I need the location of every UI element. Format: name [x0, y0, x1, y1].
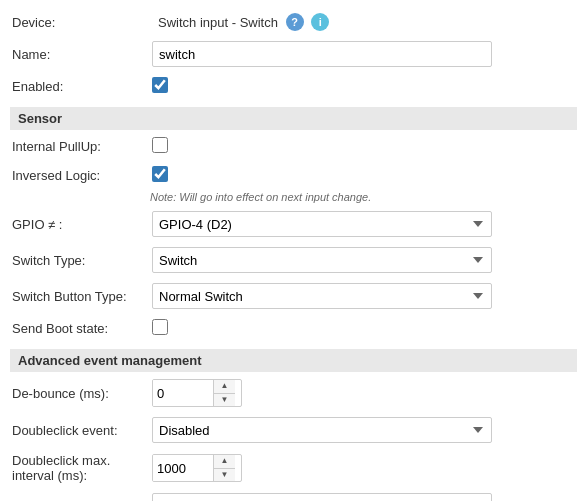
sensor-header: Sensor: [10, 107, 577, 130]
enabled-check-wrap: [152, 77, 575, 96]
inversed-logic-note: Note: Will go into effect on next input …: [150, 191, 577, 206]
device-value-area: Switch input - Switch ? i: [152, 13, 575, 31]
send-boot-state-row: Send Boot state:: [10, 314, 577, 343]
name-input[interactable]: [152, 41, 492, 67]
doubleclick-max-spinner: ▲ ▼: [152, 454, 242, 482]
doubleclick-max-label: Doubleclick max. interval (ms):: [12, 453, 152, 483]
debounce-spinner: ▲ ▼: [152, 379, 242, 407]
inversed-logic-checkbox[interactable]: [152, 166, 168, 182]
doubleclick-event-row: Doubleclick event: Disabled Active Low A…: [10, 412, 577, 448]
doubleclick-event-select[interactable]: Disabled Active Low Active High: [152, 417, 492, 443]
switch-button-type-select[interactable]: Normal Switch Toggle Switch Push Button …: [152, 283, 492, 309]
switch-type-select[interactable]: Switch Door Switch PIR: [152, 247, 492, 273]
switch-type-row: Switch Type: Switch Door Switch PIR: [10, 242, 577, 278]
gpio-row: GPIO ≠ : GPIO-4 (D2) GPIO-0 (D3) GPIO-2 …: [10, 206, 577, 242]
enabled-label: Enabled:: [12, 79, 152, 94]
debounce-down-button[interactable]: ▼: [214, 394, 235, 407]
doubleclick-max-spinner-btns: ▲ ▼: [213, 455, 235, 481]
question-icon[interactable]: ?: [286, 13, 304, 31]
advanced-header: Advanced event management: [10, 349, 577, 372]
send-boot-state-checkbox[interactable]: [152, 319, 168, 335]
internal-pullup-wrap: [152, 137, 575, 156]
longpress-event-row: Longpress event: Disabled Active Low Act…: [10, 488, 577, 501]
debounce-up-button[interactable]: ▲: [214, 380, 235, 394]
internal-pullup-label: Internal PullUp:: [12, 139, 152, 154]
gpio-select-wrap: GPIO-4 (D2) GPIO-0 (D3) GPIO-2 (D4) GPIO…: [152, 211, 575, 237]
debounce-input[interactable]: [153, 380, 213, 406]
doubleclick-max-row: Doubleclick max. interval (ms): ▲ ▼: [10, 448, 577, 488]
device-title: Switch input - Switch: [158, 15, 278, 30]
inversed-logic-row: Inversed Logic:: [10, 161, 577, 190]
send-boot-state-label: Send Boot state:: [12, 321, 152, 336]
switch-button-type-select-wrap: Normal Switch Toggle Switch Push Button …: [152, 283, 575, 309]
switch-button-type-row: Switch Button Type: Normal Switch Toggle…: [10, 278, 577, 314]
switch-button-type-label: Switch Button Type:: [12, 289, 152, 304]
gpio-select[interactable]: GPIO-4 (D2) GPIO-0 (D3) GPIO-2 (D4) GPIO…: [152, 211, 492, 237]
enabled-checkbox[interactable]: [152, 77, 168, 93]
send-boot-state-wrap: [152, 319, 575, 338]
info-icon[interactable]: i: [311, 13, 329, 31]
doubleclick-max-input[interactable]: [153, 455, 213, 481]
internal-pullup-row: Internal PullUp:: [10, 132, 577, 161]
inversed-logic-label: Inversed Logic:: [12, 168, 152, 183]
doubleclick-max-wrap: ▲ ▼: [152, 454, 575, 482]
device-label: Device:: [12, 15, 152, 30]
name-field-wrap: [152, 41, 575, 67]
doubleclick-max-up-button[interactable]: ▲: [214, 455, 235, 469]
gpio-label: GPIO ≠ :: [12, 217, 152, 232]
name-label: Name:: [12, 47, 152, 62]
debounce-spinner-btns: ▲ ▼: [213, 380, 235, 406]
longpress-event-select-wrap: Disabled Active Low Active High: [152, 493, 575, 501]
doubleclick-max-down-button[interactable]: ▼: [214, 469, 235, 482]
name-row: Name:: [10, 36, 577, 72]
device-row: Device: Switch input - Switch ? i: [10, 8, 577, 36]
debounce-wrap: ▲ ▼: [152, 379, 575, 407]
longpress-event-select[interactable]: Disabled Active Low Active High: [152, 493, 492, 501]
debounce-row: De-bounce (ms): ▲ ▼: [10, 374, 577, 412]
inversed-logic-wrap: [152, 166, 575, 185]
internal-pullup-checkbox[interactable]: [152, 137, 168, 153]
enabled-row: Enabled:: [10, 72, 577, 101]
form-container: Device: Switch input - Switch ? i Name: …: [0, 0, 587, 501]
switch-type-label: Switch Type:: [12, 253, 152, 268]
debounce-label: De-bounce (ms):: [12, 386, 152, 401]
doubleclick-event-label: Doubleclick event:: [12, 423, 152, 438]
switch-type-select-wrap: Switch Door Switch PIR: [152, 247, 575, 273]
doubleclick-event-select-wrap: Disabled Active Low Active High: [152, 417, 575, 443]
